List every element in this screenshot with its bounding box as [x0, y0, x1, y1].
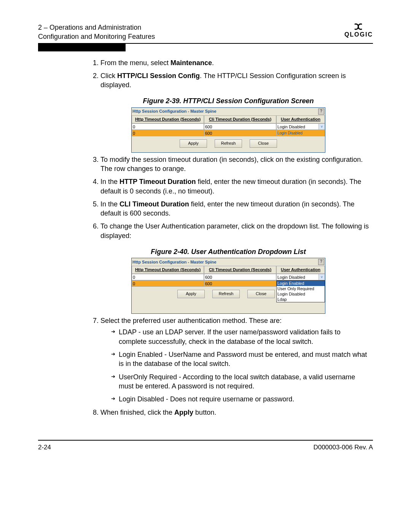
- instruction-list-cont2: Select the preferred user authentication…: [88, 316, 369, 417]
- help-icon[interactable]: ?: [318, 109, 324, 115]
- bullet-login-enabled: Login Enabled - UserName and Password mu…: [111, 350, 369, 369]
- step-2: Click HTTP/CLI Session Config. The HTTP/…: [100, 71, 369, 90]
- redaction-bar: [38, 44, 126, 51]
- step-4: In the HTTP Timeout Duration field, ente…: [100, 177, 369, 196]
- brand-name: QLOGIC: [344, 31, 373, 38]
- refresh-button[interactable]: Refresh: [215, 139, 242, 148]
- page-header-text: 2 – Operations and Administration Config…: [38, 23, 155, 42]
- step-6: To change the User Authentication parame…: [100, 222, 369, 240]
- user-auth-select[interactable]: Login Disabled v: [276, 274, 325, 280]
- auth-option-login-disabled[interactable]: Login Disabled: [277, 291, 325, 297]
- http-timeout-input[interactable]: 0: [132, 123, 204, 130]
- auth-option-user-only[interactable]: User Only Required: [277, 286, 325, 291]
- cli-timeout-input[interactable]: 600: [204, 123, 276, 130]
- user-auth-dropdown[interactable]: Login Enabled User Only Required Login D…: [276, 280, 325, 302]
- http-timeout-input[interactable]: 0: [132, 274, 204, 280]
- step-5: In the CLI Timeout Duration field, enter…: [100, 200, 369, 218]
- step-7: Select the preferred user authentication…: [100, 316, 369, 404]
- figure-39-caption: Figure 2-39. HTTP/CLI Session Configurat…: [88, 96, 369, 105]
- step-8: When finished, click the Apply button.: [100, 408, 369, 417]
- chevron-down-icon: v: [319, 124, 325, 129]
- footer-rule: [38, 440, 373, 441]
- col-header-user-auth: User Authentication: [276, 115, 325, 123]
- instruction-list-cont: To modify the session timeout duration (…: [88, 155, 369, 240]
- brand-logo: ⵋ QLOGIC: [344, 23, 373, 38]
- doc-revision: D000003-006 Rev. A: [313, 444, 373, 451]
- col-header-cli-timeout: Cli Timeout Duration (Seconds): [204, 266, 276, 274]
- header-line2: Configuration and Monitoring Features: [38, 33, 155, 40]
- user-auth-select[interactable]: Login Disabled v: [276, 123, 325, 130]
- figure-40-caption: Figure 2-40. User Authentication Dropdow…: [88, 247, 369, 256]
- figure-40-screenshot: Http Session Configuration - Master Spin…: [131, 258, 325, 314]
- header-line1: 2 – Operations and Administration: [38, 24, 141, 31]
- bullet-login-disabled: Login Disabled - Does not require userna…: [111, 395, 369, 404]
- auth-option-login-enabled[interactable]: Login Enabled: [277, 281, 325, 286]
- col-header-cli-timeout: Cli Timeout Duration (Seconds): [204, 115, 276, 123]
- apply-button[interactable]: Apply: [177, 290, 205, 298]
- bullet-user-only: UserOnly Required - According to the loc…: [111, 372, 369, 391]
- cli-timeout-selected[interactable]: 600: [204, 280, 276, 287]
- cli-timeout-input[interactable]: 600: [204, 274, 276, 280]
- refresh-button[interactable]: Refresh: [212, 290, 240, 298]
- http-timeout-selected[interactable]: 0: [132, 280, 204, 287]
- col-header-http-timeout: Http Timeout Duration (Seconds): [132, 115, 204, 123]
- ss39-title: Http Session Configuration - Master Spin…: [132, 109, 217, 114]
- bullet-ldap: LDAP - use an LDAP server. If the user n…: [111, 328, 369, 346]
- qlogic-glyph-icon: ⵋ: [344, 23, 373, 31]
- auth-option-ldap[interactable]: Ldap: [277, 297, 325, 302]
- cli-timeout-selected[interactable]: 600: [204, 130, 276, 136]
- ss40-title: Http Session Configuration - Master Spin…: [132, 259, 217, 265]
- close-button[interactable]: Close: [250, 139, 277, 148]
- chevron-down-icon: v: [319, 274, 325, 280]
- step-3: To modify the session timeout duration (…: [100, 155, 369, 174]
- http-timeout-selected[interactable]: 0: [132, 130, 204, 136]
- apply-button[interactable]: Apply: [180, 139, 207, 148]
- page-number: 2-24: [38, 444, 51, 451]
- step-1: From the menu, select Maintenance.: [100, 58, 369, 67]
- help-icon[interactable]: ?: [318, 259, 324, 265]
- col-header-user-auth: User Authentication: [276, 266, 325, 274]
- auth-methods-list: LDAP - use an LDAP server. If the user n…: [100, 328, 369, 404]
- user-auth-selected[interactable]: Login Disabled: [276, 130, 325, 136]
- figure-39-screenshot: Http Session Configuration - Master Spin…: [131, 107, 325, 153]
- close-button[interactable]: Close: [247, 290, 275, 298]
- instruction-list: From the menu, select Maintenance. Click…: [88, 58, 369, 90]
- page-footer: 2-24 D000003-006 Rev. A: [38, 444, 373, 451]
- col-header-http-timeout: Http Timeout Duration (Seconds): [132, 266, 204, 274]
